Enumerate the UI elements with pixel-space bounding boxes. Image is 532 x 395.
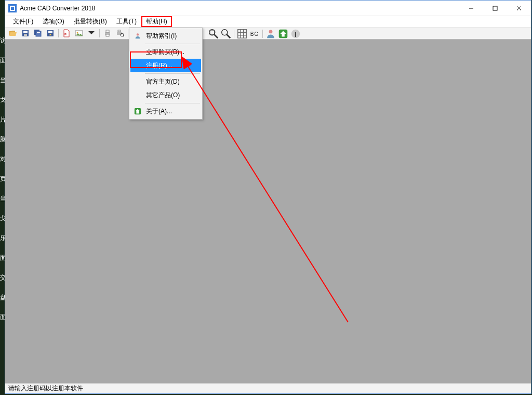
statusbar: 请输入注册码以注册本软件 <box>5 383 531 393</box>
menu-buy-now[interactable]: 立即购买(B)... <box>130 45 201 59</box>
svg-line-33 <box>227 34 230 38</box>
svg-rect-34 <box>238 30 247 38</box>
export-button[interactable] <box>45 28 56 38</box>
status-text: 请输入注册码以注册本软件 <box>8 384 83 393</box>
zoom-fit-button[interactable] <box>220 29 232 39</box>
svg-rect-31 <box>210 30 214 34</box>
svg-text:P: P <box>64 33 66 36</box>
svg-rect-16 <box>106 30 109 32</box>
minimize-button[interactable] <box>459 1 483 16</box>
menu-help-index[interactable]: 帮助索引(I) <box>130 29 201 43</box>
svg-text:i: i <box>295 31 296 38</box>
svg-rect-11 <box>48 31 52 33</box>
window-title: Acme CAD Converter 2018 <box>20 5 95 12</box>
menu-file[interactable]: 文件(F) <box>8 16 38 27</box>
svg-point-43 <box>137 33 139 35</box>
menu-about[interactable]: 关于(A)... <box>130 104 201 118</box>
print-preview-button[interactable] <box>114 28 126 38</box>
menu-batch[interactable]: 批量转换(B) <box>69 16 112 27</box>
menu-tools[interactable]: 工具(T) <box>112 16 141 27</box>
person-button[interactable] <box>265 29 276 39</box>
maximize-button[interactable] <box>483 1 507 16</box>
svg-rect-1 <box>493 6 497 10</box>
print-button[interactable] <box>102 28 113 38</box>
image-button[interactable] <box>73 28 85 38</box>
pdf-button[interactable]: P <box>61 28 72 38</box>
bg-button[interactable]: BG <box>249 29 260 39</box>
close-button[interactable] <box>507 1 531 16</box>
person-icon <box>134 32 142 40</box>
menu-other-products[interactable]: 其它产品(O) <box>130 88 201 102</box>
menubar: 文件(F) 选项(O) 批量转换(B) 工具(T) 帮助(H) <box>5 16 531 28</box>
save-button[interactable] <box>20 28 31 38</box>
menu-homepage[interactable]: 官方主页(D) <box>130 75 201 88</box>
menu-help[interactable]: 帮助(H) <box>141 16 172 27</box>
menu-register[interactable]: 注册(R)... <box>130 59 201 72</box>
svg-rect-17 <box>106 34 109 36</box>
info-button[interactable]: i <box>290 29 301 39</box>
app-icon <box>8 4 17 12</box>
svg-rect-19 <box>118 30 121 32</box>
titlebar: Acme CAD Converter 2018 <box>5 1 531 16</box>
svg-point-39 <box>269 30 273 33</box>
app-window: Acme CAD Converter 2018 文件(F) 选项(O) 批量转换… <box>5 0 531 394</box>
svg-rect-9 <box>37 32 40 33</box>
work-area <box>5 40 531 383</box>
grid-button[interactable] <box>236 29 248 39</box>
menu-options[interactable]: 选项(O) <box>38 16 69 27</box>
desktop-cropped-strip: 访 面 当 戈 片 脑 对 页 当 戈 乐 面 交 盘 面 <box>0 36 5 333</box>
save-all-button[interactable] <box>32 28 44 38</box>
svg-rect-5 <box>23 31 28 33</box>
home-icon <box>134 107 142 115</box>
home-button[interactable] <box>277 29 289 39</box>
help-dropdown: 帮助索引(I) 立即购买(B)... 注册(R)... 官方主页(D) 其它产品… <box>129 28 203 120</box>
svg-rect-6 <box>24 34 27 36</box>
svg-line-30 <box>214 34 218 38</box>
svg-line-21 <box>123 36 124 37</box>
zoom-extents-button[interactable] <box>208 29 219 39</box>
dropdown-toggle[interactable] <box>86 28 97 38</box>
open-button[interactable] <box>7 28 19 38</box>
svg-point-32 <box>222 30 228 35</box>
